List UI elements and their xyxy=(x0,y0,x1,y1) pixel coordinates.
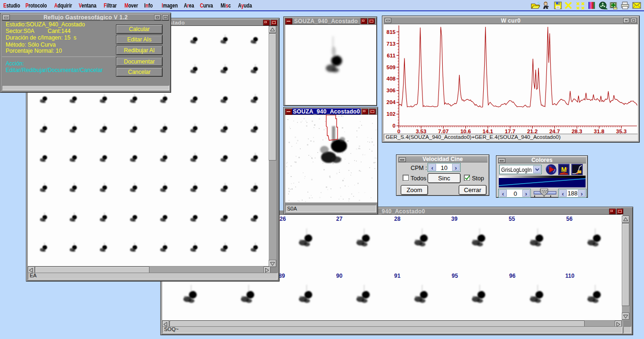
svg-text:408: 408 xyxy=(387,76,396,81)
svg-text:204: 204 xyxy=(387,99,396,105)
svg-text:713: 713 xyxy=(387,41,396,47)
svg-text:306: 306 xyxy=(387,88,396,93)
svg-text:815: 815 xyxy=(387,29,396,35)
svg-text:102: 102 xyxy=(387,111,396,117)
svg-text:0: 0 xyxy=(393,123,396,129)
svg-text:611: 611 xyxy=(387,53,396,58)
svg-text:M: M xyxy=(561,166,567,173)
svg-text:509: 509 xyxy=(387,65,396,70)
